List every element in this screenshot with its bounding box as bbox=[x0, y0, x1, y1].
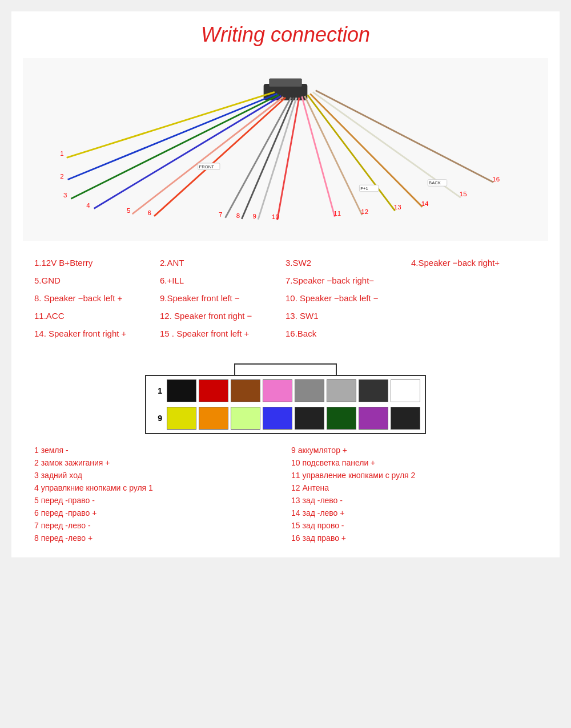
color-block-2-1 bbox=[167, 407, 196, 430]
cell-1-1: 1.12V B+Bterry bbox=[34, 258, 160, 268]
cell-3-2: 9.Speaker front left − bbox=[160, 293, 286, 303]
svg-line-10 bbox=[132, 97, 284, 214]
cell-3-1: 8. Speaker −back left + bbox=[34, 293, 160, 303]
labels-section: 1 земля - 2 замок зажигания + 3 задний х… bbox=[23, 446, 548, 546]
connector-section: 1 9 bbox=[23, 363, 548, 434]
svg-text:5: 5 bbox=[127, 207, 130, 214]
connector-plug-top bbox=[234, 363, 337, 375]
cell-4-1: 11.ACC bbox=[34, 311, 160, 321]
connector-row-1: 1 bbox=[151, 379, 420, 402]
cell-1-3: 3.SW2 bbox=[286, 258, 411, 268]
cell-3-4 bbox=[411, 293, 537, 303]
svg-text:4: 4 bbox=[86, 202, 90, 209]
color-block-2-5 bbox=[295, 407, 324, 430]
cell-5-3: 16.Back bbox=[286, 329, 411, 338]
label-left-8: 8 перед -лево + bbox=[34, 533, 280, 543]
connection-table: 1.12V B+Bterry 2.ANT 3.SW2 4.Speaker −ba… bbox=[23, 252, 548, 352]
color-block-1-5 bbox=[295, 379, 324, 402]
label-left-2: 2 замок зажигания + bbox=[34, 458, 280, 467]
svg-text:BACK: BACK bbox=[429, 180, 441, 185]
cell-5-2: 15 . Speaker front left + bbox=[160, 329, 286, 338]
svg-text:11: 11 bbox=[333, 210, 341, 217]
svg-text:1: 1 bbox=[60, 151, 63, 157]
label-right-4: 12 Антена bbox=[291, 483, 537, 492]
label-right-8: 16 зад право + bbox=[291, 533, 537, 543]
color-block-2-6 bbox=[327, 407, 356, 430]
svg-text:7: 7 bbox=[219, 211, 222, 218]
svg-text:2: 2 bbox=[60, 173, 63, 180]
row2-label: 9 bbox=[151, 414, 162, 423]
cell-5-4 bbox=[411, 329, 537, 338]
color-block-2-2 bbox=[199, 407, 228, 430]
svg-rect-1 bbox=[269, 78, 302, 86]
table-row: 11.ACC 12. Speaker front right − 13. SW1 bbox=[34, 311, 537, 321]
svg-line-4 bbox=[68, 94, 278, 179]
color-block-1-2 bbox=[199, 379, 228, 402]
connector-box: 1 9 bbox=[145, 375, 426, 434]
label-left-7: 7 перед -лево - bbox=[34, 521, 280, 530]
cell-5-1: 14. Speaker front right + bbox=[34, 329, 160, 338]
svg-line-12 bbox=[154, 98, 286, 216]
label-right-3: 11 управление кнопками с руля 2 bbox=[291, 471, 537, 480]
svg-text:8: 8 bbox=[236, 212, 240, 219]
color-block-1-8 bbox=[391, 379, 420, 402]
cell-2-2: 6.+ILL bbox=[160, 276, 286, 285]
label-left-1: 1 земля - bbox=[34, 446, 280, 455]
svg-text:13: 13 bbox=[394, 204, 401, 211]
svg-text:10: 10 bbox=[272, 213, 279, 220]
label-right-1: 9 аккумлятор + bbox=[291, 446, 537, 455]
label-right-7: 15 зад прово - bbox=[291, 521, 537, 530]
svg-text:FRONT: FRONT bbox=[199, 164, 215, 169]
svg-text:6: 6 bbox=[148, 209, 151, 216]
color-block-2-7 bbox=[359, 407, 388, 430]
table-row: 8. Speaker −back left + 9.Speaker front … bbox=[34, 293, 537, 303]
svg-text:F+1: F+1 bbox=[360, 186, 368, 191]
color-block-2-8 bbox=[391, 407, 420, 430]
cell-1-2: 2.ANT bbox=[160, 258, 286, 268]
wire-svg: 1 2 3 4 5 6 7 8 9 bbox=[23, 58, 548, 241]
color-block-2-3 bbox=[231, 407, 260, 430]
label-right-5: 13 зад -лево - bbox=[291, 496, 537, 505]
svg-line-2 bbox=[67, 92, 275, 157]
color-block-1-6 bbox=[327, 379, 356, 402]
color-block-2-4 bbox=[263, 407, 292, 430]
cell-4-4 bbox=[411, 311, 537, 321]
page-container: Writing connection 1 2 3 4 5 6 bbox=[11, 11, 560, 557]
row1-label: 1 bbox=[151, 386, 162, 395]
svg-line-18 bbox=[258, 98, 296, 220]
label-left-5: 5 перед -право - bbox=[34, 496, 280, 505]
cell-4-3: 13. SW1 bbox=[286, 311, 411, 321]
svg-line-32 bbox=[316, 91, 493, 183]
color-block-1-3 bbox=[231, 379, 260, 402]
connector-row-2: 9 bbox=[151, 407, 420, 430]
svg-text:3: 3 bbox=[63, 192, 67, 199]
cell-3-3: 10. Speaker −back left − bbox=[286, 293, 411, 303]
label-left-6: 6 перед -право + bbox=[34, 508, 280, 517]
wire-diagram: 1 2 3 4 5 6 7 8 9 bbox=[23, 58, 548, 241]
label-left-4: 4 управлкние кнопками с руля 1 bbox=[34, 483, 280, 492]
svg-text:12: 12 bbox=[361, 208, 368, 215]
page-title: Writing connection bbox=[23, 23, 548, 47]
color-block-1-4 bbox=[263, 379, 292, 402]
svg-text:14: 14 bbox=[421, 200, 429, 207]
label-left-3: 3 задний ход bbox=[34, 471, 280, 480]
labels-right: 9 аккумлятор + 10 подсветка панели + 11 … bbox=[291, 446, 537, 546]
cell-2-4 bbox=[411, 276, 537, 285]
svg-text:16: 16 bbox=[492, 176, 500, 183]
cell-2-1: 5.GND bbox=[34, 276, 160, 285]
label-right-2: 10 подсветка панели + bbox=[291, 458, 537, 467]
color-block-1-7 bbox=[359, 379, 388, 402]
svg-text:15: 15 bbox=[460, 191, 467, 197]
table-row: 14. Speaker front right + 15 . Speaker f… bbox=[34, 329, 537, 338]
cell-4-2: 12. Speaker front right − bbox=[160, 311, 286, 321]
cell-2-3: 7.Speaker −back right− bbox=[286, 276, 411, 285]
table-row: 1.12V B+Bterry 2.ANT 3.SW2 4.Speaker −ba… bbox=[34, 258, 537, 268]
table-row: 5.GND 6.+ILL 7.Speaker −back right− bbox=[34, 276, 537, 285]
svg-text:9: 9 bbox=[253, 213, 256, 220]
color-block-1-1 bbox=[167, 379, 196, 402]
cell-1-4: 4.Speaker −back right+ bbox=[411, 258, 537, 268]
label-right-6: 14 зад -лево + bbox=[291, 508, 537, 517]
labels-left: 1 земля - 2 замок зажигания + 3 задний х… bbox=[34, 446, 280, 546]
